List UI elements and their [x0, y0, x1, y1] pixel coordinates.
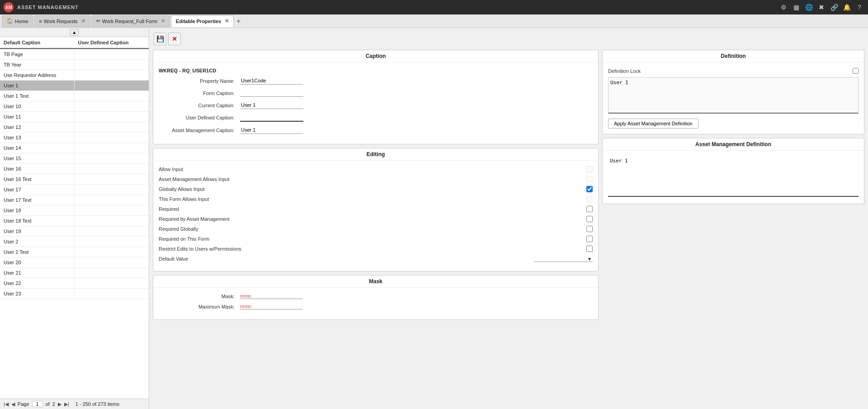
default-value-label: Default Value [159, 256, 534, 262]
sidebar-item[interactable]: User 1 [0, 81, 149, 91]
property-name-label: Property Name: [159, 78, 240, 84]
globe-icon[interactable]: 🌐 [804, 2, 814, 12]
sidebar-item[interactable]: User 15 [0, 153, 149, 164]
pagination-range: 1 - 250 of 273 items [75, 401, 119, 407]
restrict-edits-checkbox[interactable] [586, 246, 593, 252]
edit-icon: ✏ [96, 18, 100, 24]
definition-lock-checkbox[interactable] [853, 68, 859, 74]
tab-home[interactable]: 🏠 Home [2, 15, 33, 27]
page-prev-btn[interactable]: ◀ [11, 401, 15, 407]
required-by-am-checkbox[interactable] [586, 216, 593, 222]
asset-mgmt-caption-label: Asset Management Caption: [159, 128, 240, 133]
tab-work-requests-close[interactable]: ✕ [81, 18, 85, 24]
sidebar-item-default: User 13 [0, 133, 75, 143]
close-circle-icon[interactable]: ✖ [816, 2, 826, 12]
sidebar-item-user [75, 70, 149, 80]
definition-textarea[interactable]: User 1 [608, 77, 859, 114]
sidebar-item[interactable]: TB Year [0, 60, 149, 70]
bell-icon[interactable]: 🔔 [842, 2, 852, 12]
max-mask-row: Maximum Mask: [159, 304, 593, 309]
list-icon: ≡ [39, 19, 42, 24]
form-caption-input[interactable] [240, 89, 303, 97]
default-value-select[interactable] [534, 256, 593, 262]
sidebar-item-default: User 2 [0, 237, 75, 247]
tab-work-requests[interactable]: ≡ Work Requests ✕ [34, 15, 90, 27]
sidebar-item[interactable]: User 22 [0, 278, 149, 289]
sidebar-item-default: User 11 [0, 112, 75, 122]
sidebar-item[interactable]: User 1 Text [0, 91, 149, 101]
sidebar-item[interactable]: User 16 Text [0, 174, 149, 185]
asset-mgmt-caption-input[interactable] [240, 126, 303, 134]
tab-editable-properties-close[interactable]: ✕ [225, 18, 229, 24]
sidebar-item[interactable]: Use Requestor Address [0, 70, 149, 81]
sidebar-item[interactable]: User 23 [0, 289, 149, 299]
mask-input[interactable] [240, 293, 302, 299]
sidebar-item[interactable]: User 16 [0, 164, 149, 174]
page-last-btn[interactable]: ▶| [64, 401, 69, 407]
required-row: Required [159, 206, 593, 212]
page-label: Page [18, 401, 29, 407]
editing-panel: Editing Allow Input Asset Management All… [153, 148, 599, 271]
property-name-input[interactable] [240, 77, 303, 85]
sidebar-item[interactable]: User 17 [0, 185, 149, 195]
required-checkbox[interactable] [586, 206, 593, 212]
sidebar-item[interactable]: User 13 [0, 133, 149, 143]
globally-allows-input-checkbox[interactable] [586, 186, 593, 192]
this-form-allows-input-checkbox[interactable] [586, 196, 593, 202]
sidebar-item-user [75, 278, 149, 288]
tab-work-requests-label: Work Requests [44, 19, 78, 24]
tab-editable-properties[interactable]: Editable Properties ✕ [171, 15, 234, 27]
save-button[interactable]: 💾 [154, 33, 166, 45]
sidebar-item[interactable]: User 10 [0, 101, 149, 112]
sidebar-item[interactable]: User 12 [0, 122, 149, 133]
help-icon[interactable]: ? [854, 2, 864, 12]
sidebar-item[interactable]: User 2 Text [0, 247, 149, 257]
sidebar-item[interactable]: User 20 [0, 257, 149, 268]
sidebar-item[interactable]: User 2 [0, 237, 149, 247]
sidebar-item-user [75, 81, 149, 90]
tab-home-label: Home [15, 19, 28, 24]
sidebar-item-default: User 2 Text [0, 247, 75, 257]
sidebar-item-user [75, 143, 149, 153]
required-on-form-checkbox[interactable] [586, 236, 593, 242]
tab-full-form-close[interactable]: ✕ [161, 18, 165, 24]
sidebar-item[interactable]: User 21 [0, 268, 149, 278]
gear-icon[interactable]: ⚙ [778, 2, 788, 12]
tab-add-button[interactable]: + [235, 17, 242, 25]
page-first-btn[interactable]: |◀ [4, 401, 9, 407]
sidebar-item[interactable]: User 18 [0, 205, 149, 216]
scroll-up-btn[interactable]: ▲ [70, 29, 79, 36]
required-by-am-row: Required by Asset Management [159, 216, 593, 222]
restrict-edits-row: Restrict Edits to Users w/Permissions [159, 246, 593, 252]
default-value-row: Default Value ▼ [159, 256, 593, 262]
am-allows-input-checkbox[interactable] [586, 176, 593, 182]
apply-asset-mgmt-definition-button[interactable]: Apply Asset Management Definition [608, 119, 698, 128]
total-pages: 2 [52, 401, 55, 407]
link-icon[interactable]: 🔗 [829, 2, 839, 12]
tab-full-form[interactable]: ✏ Work Request_Full Form ✕ [91, 15, 170, 27]
sidebar-item[interactable]: User 18 Text [0, 216, 149, 226]
page-input[interactable] [32, 401, 43, 407]
content-columns: Caption WKREQ - RQ_USER1CD Property Name… [153, 50, 864, 405]
max-mask-value [240, 304, 593, 309]
sidebar-item[interactable]: User 11 [0, 112, 149, 122]
asset-mgmt-definition-textarea[interactable]: User 1 [608, 156, 859, 197]
grid-icon[interactable]: ▦ [791, 2, 801, 12]
allow-input-checkbox[interactable] [586, 166, 593, 172]
current-caption-input[interactable] [240, 101, 303, 109]
required-by-am-label: Required by Asset Management [159, 216, 583, 222]
user-defined-caption-input[interactable] [240, 114, 303, 122]
asset-mgmt-definition-panel: Asset Management Definition User 1 [602, 138, 864, 204]
sidebar-item[interactable]: User 19 [0, 226, 149, 237]
allow-input-label: Allow Input [159, 166, 583, 172]
caption-panel-title: Caption [153, 50, 598, 62]
required-on-form-label: Required on This Form [159, 236, 583, 242]
required-globally-checkbox[interactable] [586, 226, 593, 232]
sidebar-item[interactable]: User 17 Text [0, 195, 149, 205]
cancel-button[interactable]: ✕ [168, 33, 181, 45]
max-mask-input[interactable] [240, 304, 302, 309]
sidebar-item[interactable]: TB Page [0, 49, 149, 60]
sidebar-item[interactable]: User 14 [0, 143, 149, 153]
sidebar-item-default: User 21 [0, 268, 75, 278]
page-next-btn[interactable]: ▶ [58, 401, 61, 407]
